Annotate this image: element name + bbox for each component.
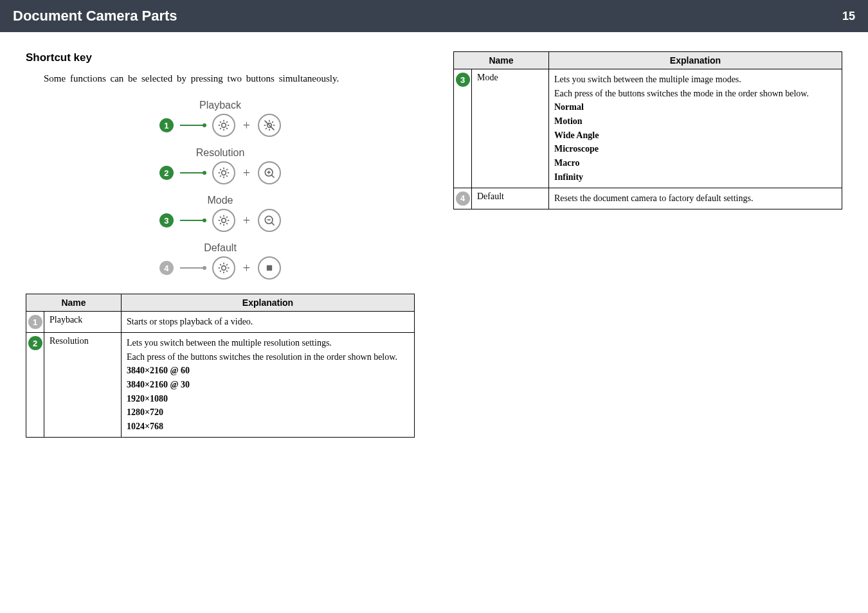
shortcut-label: Mode	[159, 195, 281, 206]
zoom-out-icon	[258, 209, 281, 232]
svg-line-7	[220, 128, 221, 129]
row-name: Resolution	[44, 333, 122, 438]
svg-line-52	[226, 264, 228, 265]
header-bar: Document Camera Parts 15	[0, 0, 868, 32]
svg-line-31	[271, 175, 274, 177]
stop-icon	[258, 256, 281, 280]
svg-line-25	[226, 175, 228, 177]
row-explanation: Lets you switch between the multiple ima…	[549, 69, 842, 188]
svg-line-37	[220, 217, 221, 218]
callout-1: 1	[159, 118, 174, 132]
svg-line-49	[220, 264, 221, 265]
row-name: Playback	[44, 312, 122, 333]
svg-line-43	[271, 222, 274, 225]
shortcut-label: Resolution	[159, 147, 281, 159]
right-column: Name Explanation 3 Mode Lets you switch …	[453, 51, 842, 438]
table-row: 2 Resolution Lets you switch between the…	[26, 333, 415, 438]
callout-3: 3	[159, 213, 174, 227]
row-num: 4	[454, 188, 472, 209]
table-row: 4 Default Resets the document camera to …	[454, 188, 842, 209]
svg-line-38	[226, 223, 228, 224]
header-name: Name	[26, 294, 122, 312]
leader-line	[180, 220, 206, 221]
row-explanation: Starts or stops playback of a video.	[122, 312, 415, 333]
row-num: 1	[26, 312, 44, 333]
shortcut-diagram: Playback 1 + Resolution 2	[26, 96, 415, 286]
plus-icon: +	[242, 261, 251, 276]
shortcut-playback: Playback 1 +	[159, 100, 281, 137]
section-heading: Shortcut key	[26, 51, 415, 64]
svg-line-8	[226, 121, 228, 123]
svg-line-26	[220, 175, 221, 177]
shortcut-default: Default 4 +	[159, 242, 281, 280]
svg-line-27	[226, 169, 228, 170]
left-table: Name Explanation 1 Playback Starts or st…	[26, 294, 415, 438]
right-table: Name Explanation 3 Mode Lets you switch …	[453, 51, 842, 209]
svg-point-0	[222, 123, 226, 128]
svg-line-39	[220, 223, 221, 224]
header-name: Name	[454, 52, 549, 69]
shortcut-label: Default	[159, 242, 281, 254]
svg-line-50	[226, 271, 228, 272]
leader-line	[180, 125, 206, 126]
leader-line	[180, 172, 206, 173]
table-header-row: Name Explanation	[26, 294, 415, 312]
svg-rect-53	[267, 265, 272, 271]
row-explanation: Lets you switch between the multiple res…	[122, 333, 415, 438]
callout-2: 2	[159, 166, 174, 180]
shortcut-row: 3 +	[159, 209, 281, 232]
brightness-icon	[212, 209, 235, 232]
header-explanation: Explanation	[122, 294, 415, 312]
row-num: 2	[26, 333, 44, 438]
content: Shortcut key Some functions can be selec…	[0, 32, 868, 450]
plus-icon: +	[242, 118, 251, 133]
table-header-row: Name Explanation	[454, 52, 842, 69]
left-column: Shortcut key Some functions can be selec…	[26, 51, 415, 438]
row-name: Default	[472, 188, 549, 209]
brightness-off-icon	[258, 114, 281, 137]
svg-point-44	[222, 266, 226, 271]
page-number: 15	[842, 10, 855, 23]
svg-line-24	[220, 169, 221, 170]
svg-line-5	[220, 121, 221, 123]
svg-line-40	[226, 217, 228, 218]
page-title: Document Camera Parts	[13, 8, 177, 24]
brightness-icon	[212, 161, 235, 184]
shortcut-mode: Mode 3 +	[159, 195, 281, 232]
shortcut-label: Playback	[159, 100, 281, 111]
row-num: 3	[454, 69, 472, 188]
plus-icon: +	[242, 166, 251, 181]
brightness-icon	[212, 114, 235, 137]
svg-point-19	[222, 171, 226, 175]
plus-icon: +	[242, 213, 251, 228]
shortcut-resolution: Resolution 2 +	[159, 147, 281, 184]
table-row: 1 Playback Starts or stops playback of a…	[26, 312, 415, 333]
svg-line-6	[226, 128, 228, 129]
callout-4: 4	[159, 261, 174, 275]
svg-line-16	[266, 128, 267, 129]
table-row: 3 Mode Lets you switch between the multi…	[454, 69, 842, 188]
intro-text: Some functions can be selected by pressi…	[44, 73, 415, 84]
shortcut-row: 4 +	[159, 256, 281, 280]
svg-point-32	[222, 218, 226, 223]
svg-line-17	[272, 121, 273, 123]
leader-line	[180, 267, 206, 269]
shortcut-row: 1 +	[159, 114, 281, 137]
brightness-icon	[212, 256, 235, 280]
header-explanation: Explanation	[549, 52, 842, 69]
row-explanation: Resets the document camera to factory de…	[549, 188, 842, 209]
svg-line-51	[220, 271, 221, 272]
shortcut-row: 2 +	[159, 161, 281, 184]
zoom-in-icon	[258, 161, 281, 184]
row-name: Mode	[472, 69, 549, 188]
